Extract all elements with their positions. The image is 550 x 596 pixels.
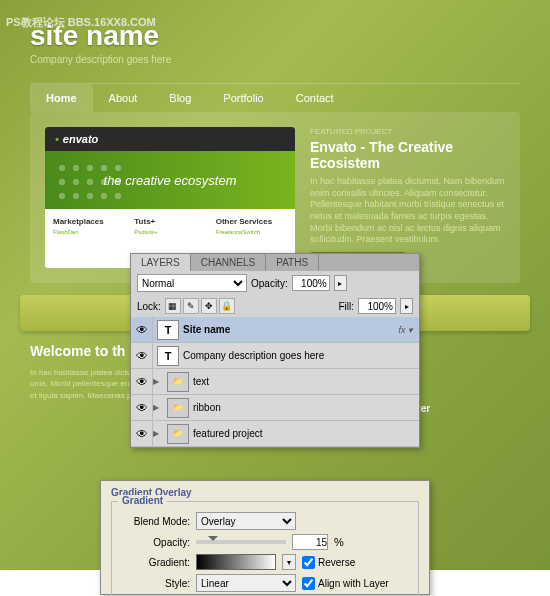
col3-h: Other Services: [216, 217, 287, 226]
layer-text-folder[interactable]: 👁 ▶ 📁 text: [131, 369, 419, 395]
align-label: Align with Layer: [318, 578, 389, 589]
col2-p: Psdtuts+: [134, 229, 205, 235]
card-col-2: Tuts+Psdtuts+: [134, 217, 205, 235]
layer-name-label: Site name: [183, 324, 398, 335]
nav-home[interactable]: Home: [30, 84, 93, 112]
card-header: envato: [45, 127, 295, 151]
visibility-icon[interactable]: 👁: [131, 343, 153, 369]
panel-tabs: LAYERS CHANNELS PATHS: [131, 254, 419, 271]
blend-row: Normal Opacity: ▸: [131, 271, 419, 295]
tab-paths[interactable]: PATHS: [266, 254, 319, 271]
card-columns: MarketplacesFlashDen Tuts+Psdtuts+ Other…: [45, 209, 295, 243]
visibility-icon[interactable]: 👁: [131, 369, 153, 395]
reverse-label: Reverse: [318, 557, 355, 568]
tab-layers[interactable]: LAYERS: [131, 254, 191, 271]
visibility-icon[interactable]: 👁: [131, 395, 153, 421]
style-label: Style:: [122, 578, 190, 589]
gradient-dropdown-icon[interactable]: ▾: [282, 554, 296, 570]
card-hero: the creative ecosystem: [45, 151, 295, 209]
layer-name-label: featured project: [193, 428, 419, 439]
fill-label: Fill:: [338, 301, 354, 312]
col2-h: Tuts+: [134, 217, 205, 226]
opacity-input[interactable]: [292, 275, 330, 291]
pct-label: %: [334, 536, 344, 548]
featured-side: FEATURED PROJECT Envato - The Creative E…: [310, 127, 505, 268]
layer-site-name[interactable]: 👁 T Site name fx ▾: [131, 317, 419, 343]
featured-title: Envato - The Creative Ecosistem: [310, 139, 505, 171]
blend-mode-select[interactable]: Overlay: [196, 512, 296, 530]
featured-label: FEATURED PROJECT: [310, 127, 505, 136]
gradient-swatch[interactable]: [196, 554, 276, 570]
visibility-icon[interactable]: 👁: [131, 421, 153, 447]
lock-icons: ▦ ✎ ✥ 🔒: [165, 298, 235, 314]
expand-icon[interactable]: ▶: [153, 403, 163, 412]
folder-icon: 📁: [167, 372, 189, 392]
text-layer-icon: T: [157, 320, 179, 340]
expand-icon[interactable]: ▶: [153, 429, 163, 438]
col1-h: Marketplaces: [53, 217, 124, 226]
nav-bar: Home About Blog Portfolio Contact: [30, 83, 520, 112]
nav-about[interactable]: About: [93, 84, 154, 112]
layer-tagline[interactable]: 👁 T Company description goes here: [131, 343, 419, 369]
opacity-input[interactable]: [292, 534, 328, 550]
visibility-icon[interactable]: 👁: [131, 317, 153, 343]
opacity-label: Opacity:: [251, 278, 288, 289]
preview-card: envato the creative ecosystem Marketplac…: [45, 127, 295, 268]
layer-list: 👁 T Site name fx ▾ 👁 T Company descripti…: [131, 317, 419, 447]
layers-panel: LAYERS CHANNELS PATHS Normal Opacity: ▸ …: [130, 253, 420, 448]
nav-contact[interactable]: Contact: [280, 84, 350, 112]
folder-icon: 📁: [167, 424, 189, 444]
reverse-checkbox[interactable]: Reverse: [302, 556, 355, 569]
watermark-text: PS教程论坛 BBS.16XX8.COM: [6, 15, 156, 30]
group-title: Gradient: [118, 495, 167, 506]
opacity-row: Opacity: %: [122, 534, 408, 550]
featured-desc: In hac habitasse platea dictumst. Nam bi…: [310, 176, 505, 246]
layer-name-label: Company description goes here: [183, 350, 419, 361]
layer-name-label: ribbon: [193, 402, 419, 413]
nav-portfolio[interactable]: Portfolio: [207, 84, 279, 112]
reverse-check[interactable]: [302, 556, 315, 569]
style-select[interactable]: Linear: [196, 574, 296, 592]
fill-arrow-icon[interactable]: ▸: [400, 298, 413, 314]
lock-all-icon[interactable]: 🔒: [219, 298, 235, 314]
expand-icon[interactable]: ▶: [153, 377, 163, 386]
blend-mode-row: Blend Mode: Overlay: [122, 512, 408, 530]
align-check[interactable]: [302, 577, 315, 590]
lock-position-icon[interactable]: ✥: [201, 298, 217, 314]
gradient-overlay-dialog: Gradient Overlay Gradient Blend Mode: Ov…: [100, 480, 430, 595]
brand-logo: envato: [55, 133, 98, 145]
card-col-1: MarketplacesFlashDen: [53, 217, 124, 235]
layer-ribbon-folder[interactable]: 👁 ▶ 📁 ribbon: [131, 395, 419, 421]
col1-p: FlashDen: [53, 229, 124, 235]
align-checkbox[interactable]: Align with Layer: [302, 577, 389, 590]
blend-label: Blend Mode:: [122, 516, 190, 527]
gradient-label: Gradient:: [122, 557, 190, 568]
card-col-3: Other ServicesFreelanceSwitch: [216, 217, 287, 235]
tagline: Company description goes here: [30, 54, 520, 65]
folder-icon: 📁: [167, 398, 189, 418]
lock-pixels-icon[interactable]: ✎: [183, 298, 199, 314]
gradient-group: Gradient Blend Mode: Overlay Opacity: % …: [111, 501, 419, 596]
nav-blog[interactable]: Blog: [153, 84, 207, 112]
opacity-arrow-icon[interactable]: ▸: [334, 275, 347, 291]
hero-text: the creative ecosystem: [104, 173, 237, 188]
layer-name-label: text: [193, 376, 419, 387]
layer-featured-folder[interactable]: 👁 ▶ 📁 featured project: [131, 421, 419, 447]
lock-row: Lock: ▦ ✎ ✥ 🔒 Fill: ▸: [131, 295, 419, 317]
tab-channels[interactable]: CHANNELS: [191, 254, 266, 271]
opacity-slider[interactable]: [196, 540, 286, 544]
col3-p: FreelanceSwitch: [216, 229, 287, 235]
text-layer-icon: T: [157, 346, 179, 366]
style-row: Style: Linear Align with Layer: [122, 574, 408, 592]
blend-mode-select[interactable]: Normal: [137, 274, 247, 292]
opacity-label: Opacity:: [122, 537, 190, 548]
gradient-row: Gradient: ▾ Reverse: [122, 554, 408, 570]
fill-input[interactable]: [358, 298, 396, 314]
lock-transparency-icon[interactable]: ▦: [165, 298, 181, 314]
lock-label: Lock:: [137, 301, 161, 312]
fx-badge[interactable]: fx ▾: [398, 325, 413, 335]
header: site name Company description goes here: [0, 0, 550, 65]
